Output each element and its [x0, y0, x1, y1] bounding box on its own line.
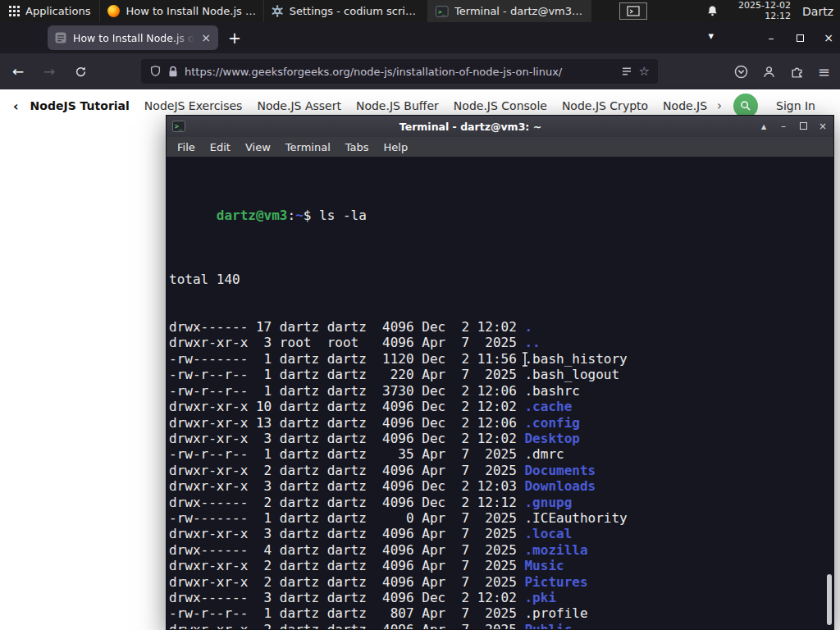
- terminal-line: drwxr-xr-x 2 dartz dartz 4096 Apr 7 2025…: [169, 622, 833, 629]
- terminal-line: drwx------ 4 dartz dartz 4096 Apr 7 2025…: [169, 542, 833, 558]
- terminal-icon: >_: [436, 6, 449, 17]
- terminal-prompt-line: dartz@vm3:~$ ls -la: [169, 192, 833, 240]
- ibeam-cursor: [520, 351, 530, 368]
- back-button[interactable]: ←: [7, 60, 30, 83]
- taskbar-item-browser[interactable]: How to Install Node.js o...: [99, 0, 263, 22]
- terminal-menubar: FileEditViewTerminalTabsHelp: [167, 137, 833, 157]
- notification-bell-icon[interactable]: [706, 5, 719, 17]
- gfg-nav-link[interactable]: NodeJS Tutorial: [30, 99, 130, 112]
- terminal-screen[interactable]: dartz@vm3:~$ ls -la total 140 drwx------…: [167, 157, 833, 629]
- gfg-nav-link[interactable]: Node.JS Buffer: [356, 99, 439, 112]
- reload-icon: [75, 66, 87, 78]
- applications-label: Applications: [25, 5, 90, 17]
- terminal-menu-edit[interactable]: Edit: [203, 139, 238, 155]
- panel-username: Dartz: [802, 5, 833, 18]
- bookmark-star-icon[interactable]: ☆: [639, 64, 650, 79]
- applications-menu-button[interactable]: Applications: [0, 0, 99, 22]
- terminal-line: drwxr-xr-x 2 dartz dartz 4096 Apr 7 2025…: [169, 574, 833, 590]
- terminal-titlebar[interactable]: >_ Terminal - dartz@vm3: ~ ▲ – ×: [167, 116, 833, 137]
- terminal-line: drwx------ 17 dartz dartz 4096 Dec 2 12:…: [169, 319, 833, 335]
- clock-date: 2025-12-02: [738, 1, 791, 11]
- terminal-scrollbar-thumb[interactable]: [827, 574, 832, 625]
- terminal-line: drwxr-xr-x 3 dartz dartz 4096 Dec 2 12:0…: [169, 431, 833, 446]
- gfg-nav-link[interactable]: Node.JS Console: [454, 99, 547, 112]
- new-tab-button[interactable]: +: [228, 27, 241, 48]
- extensions-icon[interactable]: [790, 65, 804, 79]
- top-panel: Applications How to Install Node.js o...…: [0, 0, 840, 22]
- restore-button[interactable]: [795, 31, 805, 44]
- terminal-minimize-button[interactable]: –: [778, 121, 788, 132]
- terminal-line: drwxr-xr-x 3 root root 4096 Apr 7 2025 .…: [169, 335, 833, 350]
- maximize-icon: [800, 122, 807, 130]
- gear-icon: [272, 5, 283, 17]
- nav-prev-chevron-icon[interactable]: ‹: [13, 98, 19, 114]
- terminal-line: drwxr-xr-x 2 dartz dartz 4096 Apr 7 2025…: [169, 463, 833, 478]
- close-button[interactable]: ×: [824, 31, 833, 44]
- pocket-icon[interactable]: [734, 65, 748, 79]
- terminal-line: drwxr-xr-x 2 dartz dartz 4096 Apr 7 2025…: [169, 558, 833, 573]
- terminal-menu-tabs[interactable]: Tabs: [338, 139, 377, 155]
- taskbar-item-label: How to Install Node.js o...: [126, 5, 256, 17]
- terminal-title: Terminal - dartz@vm3: ~: [189, 121, 752, 133]
- terminal-line: -rw-r--r-- 1 dartz dartz 220 Apr 7 2025 …: [169, 367, 833, 382]
- taskbar-item-label: Terminal - dartz@vm3: ~: [454, 5, 584, 17]
- terminal-line: drwxr-xr-x 10 dartz dartz 4096 Dec 2 12:…: [169, 399, 833, 414]
- taskbar-item-label: Settings - codium script...: [290, 5, 421, 17]
- firefox-icon: [107, 5, 120, 17]
- shade-button[interactable]: ▲: [759, 123, 769, 130]
- padlock-icon[interactable]: [168, 66, 178, 78]
- svg-text:>_: >_: [175, 123, 183, 130]
- prompt-user-host: dartz@vm3: [217, 208, 288, 223]
- terminal-line: -rw------- 1 dartz dartz 0 Apr 7 2025 .I…: [169, 510, 833, 526]
- tracking-shield-icon[interactable]: [149, 65, 162, 78]
- gfg-nav-links: NodeJS TutorialNodeJS ExercisesNode.JS A…: [30, 99, 710, 112]
- terminal-close-button[interactable]: ×: [818, 121, 828, 132]
- terminal-line: drwxr-xr-x 13 dartz dartz 4096 Dec 2 12:…: [169, 415, 833, 431]
- terminal-line: -rw-r--r-- 1 dartz dartz 35 Apr 7 2025 .…: [169, 446, 833, 462]
- browser-tab-active[interactable]: How to Install Node.js on ×: [48, 25, 218, 50]
- url-text[interactable]: https://www.geeksforgeeks.org/node-js/in…: [185, 66, 614, 78]
- panel-clock[interactable]: 2025-12-02 12:12: [738, 1, 791, 21]
- tray-terminal-icon[interactable]: [619, 2, 647, 20]
- url-bar[interactable]: https://www.geeksforgeeks.org/node-js/in…: [141, 59, 658, 84]
- gfg-nav-link[interactable]: Node.JS Crypto: [562, 99, 648, 112]
- gfg-nav-link[interactable]: Node.JS Assert: [257, 99, 340, 112]
- account-icon[interactable]: [762, 65, 776, 79]
- list-all-tabs-chevron-icon[interactable]: ▾: [708, 30, 714, 42]
- terminal-total-line: total 140: [169, 272, 833, 287]
- gfg-nav-link[interactable]: NodeJS Exercises: [144, 99, 243, 112]
- panel-status-area: 2025-12-02 12:12 Dartz: [619, 0, 840, 22]
- forward-button[interactable]: →: [38, 60, 61, 83]
- sign-in-button[interactable]: Sign In: [776, 99, 815, 112]
- reload-button[interactable]: [69, 60, 92, 83]
- terminal-window-controls: ▲ – ×: [752, 121, 828, 132]
- terminal-icon: >_: [172, 121, 185, 132]
- reader-view-icon[interactable]: [621, 66, 632, 77]
- terminal-command: ls -la: [319, 208, 367, 223]
- nav-next-chevron-icon[interactable]: ›: [717, 98, 722, 113]
- clock-time: 12:12: [738, 11, 791, 22]
- terminal-line: drwxr-xr-x 3 dartz dartz 4096 Dec 2 12:0…: [169, 478, 833, 494]
- terminal-output: drwx------ 17 dartz dartz 4096 Dec 2 12:…: [169, 319, 833, 629]
- terminal-window: >_ Terminal - dartz@vm3: ~ ▲ – × FileEdi…: [166, 115, 834, 630]
- terminal-line: -rw-r--r-- 1 dartz dartz 807 Apr 7 2025 …: [169, 605, 833, 621]
- terminal-maximize-button[interactable]: [798, 121, 808, 132]
- minimize-button[interactable]: –: [766, 31, 776, 44]
- restore-icon: [797, 34, 804, 42]
- terminal-line: drwxr-xr-x 3 dartz dartz 4096 Apr 7 2025…: [169, 526, 833, 541]
- taskbar-item-settings[interactable]: Settings - codium script...: [263, 0, 427, 22]
- gfg-nav-link[interactable]: Node.JS DNS: [663, 99, 710, 112]
- tab-close-icon[interactable]: ×: [201, 31, 211, 44]
- terminal-menu-help[interactable]: Help: [377, 139, 416, 155]
- browser-toolbar: ← → https://www.geeksforgeeks.org/node-j…: [0, 53, 840, 89]
- terminal-menu-view[interactable]: View: [238, 139, 278, 155]
- browser-tabbar: How to Install Node.js on × + ▾ – ×: [0, 22, 840, 53]
- terminal-line: drwx------ 3 dartz dartz 4096 Dec 2 12:0…: [169, 590, 833, 605]
- terminal-menu-file[interactable]: File: [170, 139, 203, 155]
- terminal-menu-terminal[interactable]: Terminal: [278, 139, 338, 155]
- applications-grid-icon: [9, 6, 20, 16]
- taskbar-item-terminal[interactable]: >_ Terminal - dartz@vm3: ~: [427, 0, 591, 22]
- terminal-line: -rw------- 1 dartz dartz 1120 Dec 2 11:5…: [169, 351, 833, 367]
- menu-hamburger-icon[interactable]: ≡: [818, 63, 830, 80]
- browser-window-controls: – ×: [766, 22, 833, 53]
